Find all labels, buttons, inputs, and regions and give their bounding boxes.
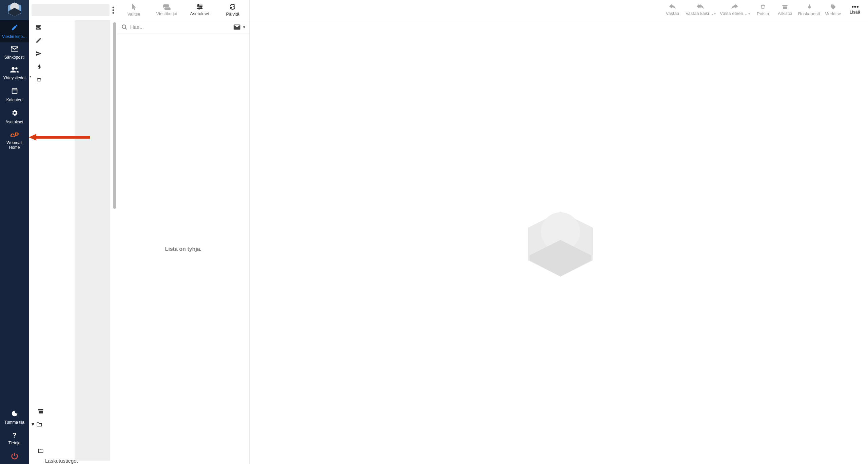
refresh-button[interactable]: Päivitä: [216, 0, 249, 20]
app-logo: [0, 0, 29, 20]
threads-button[interactable]: Viestiketjut: [150, 0, 183, 20]
mail-filter-icon[interactable]: [234, 24, 240, 30]
folder-column: ▾ ▾ Laskutustiegot: [29, 0, 117, 464]
empty-text: Lista on tyhjä.: [165, 246, 202, 252]
folder-trash[interactable]: ▾: [36, 73, 42, 86]
folder-menu-button[interactable]: [112, 6, 114, 14]
reply-all-label: Vastaa kaiki…: [686, 11, 713, 16]
mark-button[interactable]: Merkitse: [822, 0, 844, 20]
select-button[interactable]: Valitse: [117, 0, 150, 20]
junk-label: Roskaposti: [798, 11, 820, 16]
more-button[interactable]: Lisää: [844, 0, 866, 20]
folder-search-input[interactable]: [32, 4, 110, 16]
nav-webmail-home[interactable]: cP Webmail Home: [0, 128, 29, 154]
reply-icon: [669, 4, 676, 9]
message-toolbar: Vastaa Vastaa kaiki…▾ Välitä eteen…▾ Poi…: [250, 0, 868, 20]
refresh-icon: [229, 3, 236, 10]
contacts-icon: [1, 66, 28, 74]
folder-label: Laskutustiegot: [45, 458, 78, 464]
list-toolbar: Valitse Viestiketjut Asetukset Päivitä: [117, 0, 249, 20]
refresh-label: Päivitä: [226, 12, 239, 17]
tag-icon: [830, 4, 836, 10]
svg-rect-8: [38, 409, 43, 410]
folder-list[interactable]: ▾ ▾ Laskutustiegot: [29, 20, 117, 464]
svg-rect-13: [783, 5, 788, 6]
svg-point-7: [113, 12, 114, 14]
sliders-icon: [196, 4, 203, 10]
reply-label: Vastaa: [666, 11, 679, 16]
svg-point-6: [113, 9, 114, 11]
message-search-row: Hae... ▾: [117, 20, 249, 34]
nav-calendar[interactable]: Kalenteri: [0, 84, 29, 106]
svg-point-3: [12, 67, 15, 70]
nav-settings[interactable]: Asetukset: [0, 106, 29, 128]
nav-contacts[interactable]: Yhteystiedot: [0, 63, 29, 84]
question-icon: ?: [1, 431, 28, 439]
svg-point-10: [201, 6, 202, 7]
calendar-icon: [1, 87, 28, 96]
folder-inbox[interactable]: [35, 20, 42, 34]
archive-icon: [38, 408, 44, 414]
nav-mail[interactable]: Sähköposti: [0, 42, 29, 63]
power-icon: [1, 452, 28, 461]
mark-label: Merkitse: [825, 11, 841, 16]
pencil-icon: [36, 37, 42, 43]
folder-archive[interactable]: [29, 404, 110, 418]
svg-point-11: [199, 8, 200, 9]
svg-point-15: [854, 6, 856, 8]
threads-icon: [163, 4, 171, 10]
nav-compose[interactable]: Viestin kirjo…: [0, 20, 29, 42]
preview-pane: [250, 20, 868, 464]
primary-nav: Viestin kirjo… Sähköposti Yhteystiedot K…: [0, 0, 29, 464]
caret-down-icon[interactable]: ▾: [748, 12, 750, 16]
folder-junk[interactable]: [36, 60, 42, 73]
trash-icon: [36, 77, 42, 83]
moon-icon: [1, 410, 28, 419]
cpanel-icon: cP: [1, 131, 28, 139]
folder-sent[interactable]: [36, 47, 42, 60]
gear-icon: [1, 109, 28, 118]
reply-button[interactable]: Vastaa: [662, 0, 684, 20]
message-list-column: Valitse Viestiketjut Asetukset Päivitä H…: [117, 0, 250, 464]
chevron-down-icon[interactable]: ▾: [32, 421, 34, 427]
reply-all-button[interactable]: Vastaa kaiki…▾: [684, 0, 718, 20]
preview-column: Vastaa Vastaa kaiki…▾ Välitä eteen…▾ Poi…: [250, 0, 868, 464]
trash-icon: [760, 4, 766, 10]
nav-about[interactable]: ? Tietoja: [0, 428, 29, 449]
folder-spacer: [29, 431, 110, 444]
svg-point-12: [122, 25, 126, 28]
svg-point-14: [851, 6, 853, 8]
folder-drafts[interactable]: [36, 34, 42, 47]
list-options-button[interactable]: Asetukset: [183, 0, 216, 20]
forward-icon: [731, 4, 738, 9]
message-search-input[interactable]: Hae...: [130, 24, 231, 30]
threads-label: Viestiketjut: [156, 11, 178, 16]
caret-down-icon[interactable]: ▾: [714, 12, 716, 16]
folder-icon: [36, 422, 42, 427]
junk-button[interactable]: Roskaposti: [796, 0, 822, 20]
delete-button[interactable]: Poista: [752, 0, 774, 20]
svg-point-5: [113, 6, 114, 8]
delete-label: Poista: [757, 11, 769, 16]
folder-generic-2[interactable]: [29, 444, 110, 457]
chevron-down-icon[interactable]: ▾: [29, 75, 34, 78]
archive-button[interactable]: Arkistoi: [774, 0, 796, 20]
paper-plane-icon: [36, 51, 42, 57]
nav-contacts-label: Yhteystiedot: [1, 76, 28, 80]
fire-icon: [36, 64, 42, 70]
nav-compose-label: Viestin kirjo…: [1, 34, 28, 39]
nav-about-label: Tietoja: [1, 441, 28, 445]
empty-preview-icon: [520, 203, 598, 281]
nav-dark-mode[interactable]: Tumma tila: [0, 407, 29, 428]
search-options-toggle[interactable]: ▾: [243, 25, 245, 29]
folder-laskutustiegot[interactable]: Laskutustiegot: [29, 457, 110, 464]
folder-generic-1[interactable]: ▾: [29, 418, 110, 431]
forward-label: Välitä eteen…: [720, 11, 748, 16]
cursor-icon: [131, 3, 137, 10]
forward-button[interactable]: Välitä eteen…▾: [718, 0, 752, 20]
svg-point-16: [856, 6, 859, 8]
mail-icon: [1, 46, 28, 54]
scrollbar-thumb[interactable]: [113, 22, 116, 209]
compose-icon: [1, 24, 28, 33]
nav-logout[interactable]: [0, 449, 29, 464]
